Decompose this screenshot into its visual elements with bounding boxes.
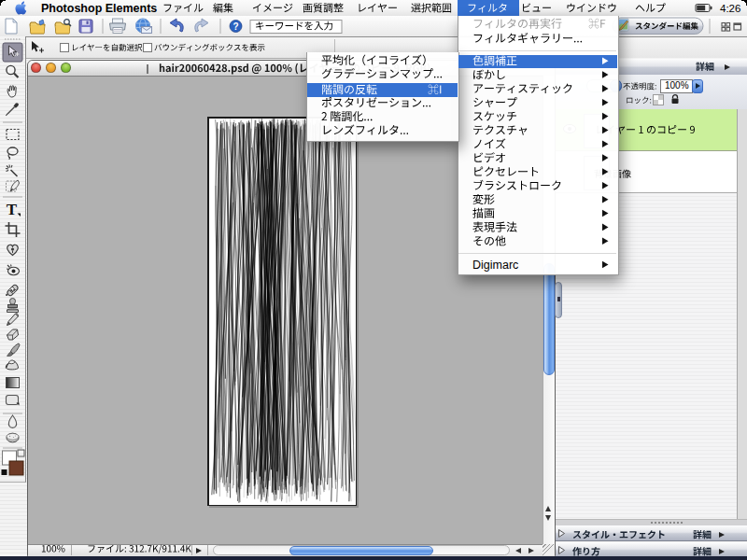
svg-text:Digimarc: Digimarc <box>472 259 518 272</box>
